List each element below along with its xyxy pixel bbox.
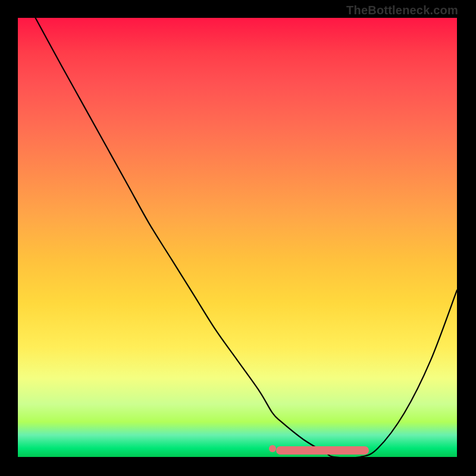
- bottleneck-curve: [36, 18, 457, 458]
- plot-area: [18, 18, 457, 457]
- chart-frame: TheBottleneck.com: [0, 0, 476, 476]
- line-chart-svg: [18, 18, 457, 457]
- flat-region-start-dot: [269, 445, 276, 452]
- flat-region-band: [276, 446, 369, 455]
- watermark-text: TheBottleneck.com: [346, 4, 458, 17]
